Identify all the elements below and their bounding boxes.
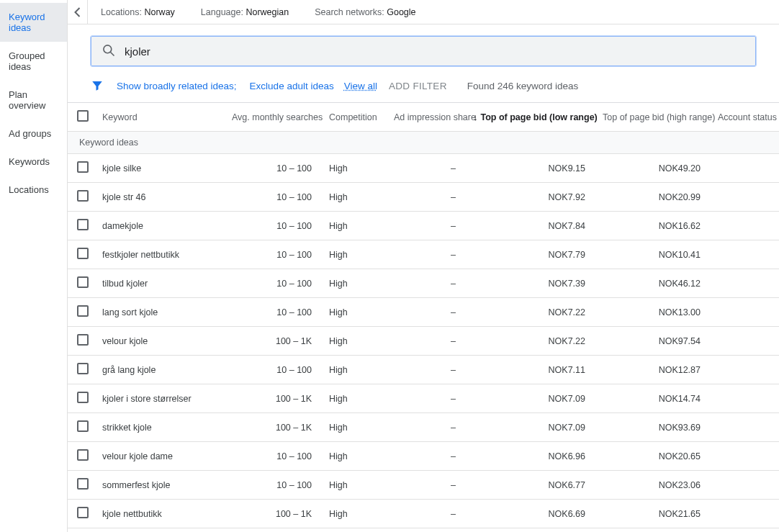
cell-bid-low: NOK7.22 (466, 298, 595, 327)
cell-searches: 10 – 100 (225, 269, 322, 298)
table-row[interactable]: kjole silke10 – 100High–NOK9.15NOK49.20 (68, 154, 779, 183)
cell-bid-low: NOK9.15 (466, 154, 595, 183)
table-row[interactable]: sommerfest kjole10 – 100High–NOK6.77NOK2… (68, 471, 779, 500)
cell-bid-low: NOK6.77 (466, 471, 595, 500)
filter-bar: Show broadly related ideas; Exclude adul… (68, 72, 779, 102)
cell-searches: 10 – 100 (225, 212, 322, 240)
cell-keyword: festkjoler nettbutikk (98, 240, 225, 269)
row-checkbox[interactable] (77, 219, 89, 230)
cell-searches: 10 – 100 (225, 240, 322, 269)
row-checkbox[interactable] (77, 276, 89, 288)
row-checkbox[interactable] (77, 305, 89, 317)
row-checkbox[interactable] (77, 190, 89, 202)
cell-bid-low: NOK6.69 (466, 500, 595, 528)
table-row[interactable]: kjole nettbutikk100 – 1KHigh–NOK6.69NOK2… (68, 500, 779, 528)
sidebar-item-plan-overview[interactable]: Plan overview (0, 81, 67, 120)
table-row[interactable]: kjole str 4610 – 100High–NOK7.92NOK20.99 (68, 183, 779, 212)
cell-bid-high: NOK20.99 (595, 183, 711, 212)
section-header-label: Keyword ideas (68, 132, 779, 154)
results-table-container: Keyword Avg. monthly searches Competitio… (68, 102, 779, 532)
cell-competition: High (322, 500, 387, 528)
add-filter-button[interactable]: ADD FILTER (389, 81, 447, 91)
settings-bar: Locations: Norway Language: Norwegian Se… (68, 0, 779, 24)
keyword-search-box[interactable] (91, 36, 756, 66)
filter-view-all-link[interactable]: View all (344, 81, 377, 91)
cell-competition: High (322, 240, 387, 269)
col-bid-high[interactable]: Top of page bid (high range) (595, 103, 711, 132)
cell-competition: High (322, 442, 387, 471)
row-checkbox[interactable] (77, 334, 89, 346)
sidebar-item-keyword-ideas[interactable]: Keyword ideas (0, 3, 67, 42)
table-row[interactable]: strikket kjole100 – 1KHigh–NOK7.09NOK93.… (68, 413, 779, 442)
sidebar-item-locations[interactable]: Locations (0, 176, 67, 204)
row-checkbox[interactable] (77, 392, 89, 403)
chevron-left-icon (74, 7, 81, 17)
cell-bid-low: NOK7.09 (466, 413, 595, 442)
cell-ad-impression: – (387, 269, 466, 298)
table-row[interactable]: velour kjole100 – 1KHigh–NOK7.22NOK97.54 (68, 327, 779, 356)
cell-bid-high: NOK13.00 (595, 298, 711, 327)
cell-bid-high: NOK46.12 (595, 269, 711, 298)
keyword-search-input[interactable] (125, 45, 745, 58)
table-row[interactable]: velour kjole dame10 – 100High–NOK6.96NOK… (68, 442, 779, 471)
keyword-ideas-table: Keyword Avg. monthly searches Competitio… (68, 103, 779, 532)
cell-bid-low: NOK6.96 (466, 442, 595, 471)
networks-label: Search networks: (315, 7, 387, 17)
cell-competition: High (322, 183, 387, 212)
funnel-icon[interactable] (91, 79, 104, 92)
cell-keyword: strikket kjole (98, 413, 225, 442)
cell-status (711, 413, 779, 442)
cell-competition: High (322, 327, 387, 356)
table-header-row: Keyword Avg. monthly searches Competitio… (68, 103, 779, 132)
filter-adult-link[interactable]: Exclude adult ideas (250, 81, 334, 91)
table-row[interactable]: grå lang kjole10 – 100High–NOK7.11NOK12.… (68, 356, 779, 384)
cell-bid-high: NOK49.20 (595, 154, 711, 183)
svg-line-1 (111, 52, 114, 55)
filter-broad-link[interactable]: Show broadly related ideas; (117, 81, 237, 91)
cell-searches: 10 – 100 (225, 471, 322, 500)
cell-keyword: tilbud kjoler (98, 269, 225, 298)
col-account-status[interactable]: Account status (711, 103, 779, 132)
col-keyword[interactable]: Keyword (98, 103, 225, 132)
cell-competition: High (322, 384, 387, 413)
row-checkbox[interactable] (77, 449, 89, 461)
col-searches[interactable]: Avg. monthly searches (225, 103, 322, 132)
table-row[interactable]: lang sort kjole10 – 100High–NOK7.22NOK13… (68, 298, 779, 327)
col-ad-impression[interactable]: Ad impression share (387, 103, 466, 132)
table-row[interactable]: sort lang kjole10 – 100High–NOK6.64NOK16… (68, 528, 779, 533)
locations-label: Locations: (101, 7, 144, 17)
cell-searches: 10 – 100 (225, 356, 322, 384)
cell-ad-impression: – (387, 528, 466, 533)
cell-keyword: kjole str 46 (98, 183, 225, 212)
sidebar-item-ad-groups[interactable]: Ad groups (0, 120, 67, 148)
row-checkbox[interactable] (77, 420, 89, 432)
sidebar-item-grouped-ideas[interactable]: Grouped ideas (0, 42, 67, 81)
row-checkbox[interactable] (77, 248, 89, 259)
col-bid-low[interactable]: ↓Top of page bid (low range) (466, 103, 595, 132)
cell-bid-low: NOK7.84 (466, 212, 595, 240)
collapse-sidebar-button[interactable] (68, 0, 88, 24)
cell-bid-high: NOK20.65 (595, 442, 711, 471)
sidebar-item-keywords[interactable]: Keywords (0, 148, 67, 176)
language-setting[interactable]: Language: Norwegian (188, 7, 302, 17)
row-checkbox[interactable] (77, 363, 89, 374)
table-row[interactable]: damekjole10 – 100High–NOK7.84NOK16.62 (68, 212, 779, 240)
row-checkbox[interactable] (77, 507, 89, 518)
row-checkbox[interactable] (77, 478, 89, 490)
cell-ad-impression: – (387, 384, 466, 413)
language-value: Norwegian (246, 7, 289, 17)
cell-ad-impression: – (387, 442, 466, 471)
cell-bid-low: NOK7.92 (466, 183, 595, 212)
networks-setting[interactable]: Search networks: Google (302, 7, 428, 17)
cell-searches: 100 – 1K (225, 384, 322, 413)
cell-searches: 10 – 100 (225, 154, 322, 183)
col-competition[interactable]: Competition (322, 103, 387, 132)
row-checkbox[interactable] (77, 161, 89, 173)
table-row[interactable]: tilbud kjoler10 – 100High–NOK7.39NOK46.1… (68, 269, 779, 298)
locations-setting[interactable]: Locations: Norway (88, 7, 188, 17)
cell-status (711, 327, 779, 356)
select-all-checkbox[interactable] (77, 110, 89, 122)
table-row[interactable]: festkjoler nettbutikk10 – 100High–NOK7.7… (68, 240, 779, 269)
svg-point-0 (104, 45, 112, 53)
table-row[interactable]: kjoler i store størrelser100 – 1KHigh–NO… (68, 384, 779, 413)
